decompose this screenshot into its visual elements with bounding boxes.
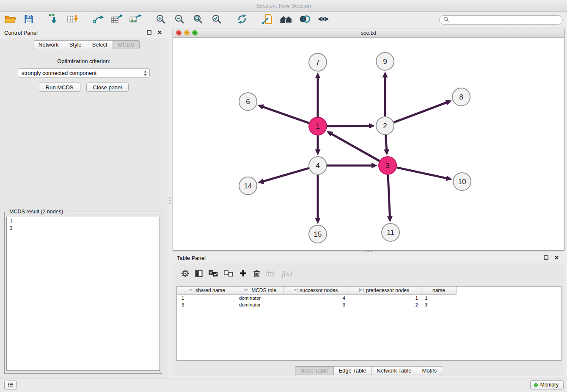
graph-node-6[interactable]: 6 bbox=[239, 93, 257, 110]
export-table-button[interactable] bbox=[108, 13, 125, 27]
graph-edge-4-14[interactable] bbox=[262, 168, 309, 182]
graph-node-15[interactable]: 15 bbox=[309, 225, 327, 243]
memory-button[interactable]: Memory bbox=[530, 380, 564, 389]
zoom-out-button[interactable] bbox=[171, 13, 188, 27]
graph-edge-2-3[interactable] bbox=[385, 135, 386, 151]
network-window-titlebar[interactable]: scc.txt bbox=[173, 28, 564, 38]
tab-mcds[interactable]: MCDS bbox=[113, 40, 140, 49]
plus-icon bbox=[239, 269, 247, 279]
tab-network[interactable]: Network bbox=[33, 40, 64, 49]
create-column-button[interactable] bbox=[239, 268, 247, 279]
unselect-all-columns-button[interactable] bbox=[224, 268, 233, 279]
cell-predecessor-nodes[interactable]: 1 bbox=[347, 295, 421, 301]
column-header-shared-name[interactable]: shared name bbox=[177, 287, 237, 295]
mcds-result-item[interactable]: 3 bbox=[10, 225, 160, 232]
select-all-columns-button[interactable] bbox=[209, 268, 218, 279]
graph-node-9[interactable]: 9 bbox=[376, 52, 394, 70]
cell-shared-name[interactable]: 1 bbox=[177, 295, 237, 301]
table-settings-button[interactable] bbox=[181, 268, 189, 279]
graph-node-8[interactable]: 8 bbox=[452, 88, 470, 106]
function-builder-button[interactable]: f(x) bbox=[282, 268, 292, 279]
table-panel-header: Table Panel bbox=[173, 252, 564, 263]
graph-node-10[interactable]: 10 bbox=[453, 173, 471, 190]
graph-edge-3-10[interactable] bbox=[397, 168, 448, 179]
run-mcds-button[interactable]: Run MCDS bbox=[39, 83, 80, 92]
new-network-button[interactable] bbox=[90, 13, 107, 27]
open-in-browser-button[interactable] bbox=[259, 13, 276, 27]
graph-node-11[interactable]: 11 bbox=[382, 224, 399, 241]
open-folder-icon bbox=[4, 14, 16, 25]
tab-network-table[interactable]: Network Table bbox=[372, 366, 417, 375]
import-network-button[interactable] bbox=[46, 13, 63, 27]
table-row[interactable]: 1 dominator 4 1 1 bbox=[177, 295, 561, 301]
delete-column-button[interactable] bbox=[253, 268, 260, 279]
graph-node-3[interactable]: 3 bbox=[379, 157, 396, 174]
mcds-result-item[interactable]: 1 bbox=[10, 218, 160, 225]
cell-successor-nodes[interactable]: 4 bbox=[284, 295, 347, 301]
cell-name[interactable]: 3 bbox=[421, 301, 457, 308]
cell-predecessor-nodes[interactable]: 2 bbox=[347, 301, 421, 308]
delete-table-button[interactable] bbox=[266, 268, 276, 279]
cell-mcds-role[interactable]: dominator bbox=[237, 295, 284, 301]
table-header-row: shared name MCDS role successor nodes pr… bbox=[177, 287, 561, 295]
zoom-selected-button[interactable] bbox=[208, 13, 225, 27]
window-close-button[interactable] bbox=[176, 30, 182, 36]
cell-name[interactable]: 1 bbox=[421, 295, 457, 301]
close-panel-x-button[interactable] bbox=[156, 29, 163, 36]
search-input[interactable] bbox=[451, 17, 559, 23]
task-history-button[interactable] bbox=[4, 381, 17, 389]
open-file-button[interactable] bbox=[2, 13, 19, 27]
column-header-successor-nodes[interactable]: successor nodes bbox=[284, 287, 347, 295]
tab-edge-table[interactable]: Edge Table bbox=[333, 366, 372, 375]
window-minimize-button[interactable] bbox=[184, 30, 190, 36]
graph-edge-1-2[interactable] bbox=[327, 126, 370, 126]
home-button[interactable] bbox=[278, 13, 295, 27]
float-table-panel-button[interactable] bbox=[542, 254, 550, 262]
zoom-fit-button[interactable] bbox=[190, 13, 206, 27]
apply-style-button[interactable] bbox=[296, 13, 313, 27]
cell-shared-name[interactable]: 3 bbox=[177, 301, 237, 308]
graph-edge-1-6[interactable] bbox=[262, 107, 309, 123]
zoom-out-icon bbox=[174, 14, 185, 26]
column-header-name[interactable]: name bbox=[421, 287, 457, 295]
export-image-button[interactable] bbox=[127, 13, 144, 27]
splitter-handle[interactable] bbox=[366, 251, 372, 252]
graph-edge-3-1[interactable] bbox=[331, 133, 380, 161]
graph-node-2[interactable]: 2 bbox=[376, 117, 394, 135]
home-icon bbox=[279, 14, 293, 25]
cell-mcds-role[interactable]: dominator bbox=[237, 301, 284, 308]
tab-select[interactable]: Select bbox=[87, 40, 113, 49]
tab-node-table[interactable]: Node Table bbox=[295, 366, 334, 375]
table-row[interactable]: 3 dominator 3 2 3 bbox=[177, 301, 561, 308]
splitter-handle[interactable] bbox=[169, 197, 171, 204]
graph-node-1[interactable]: 1 bbox=[309, 117, 327, 135]
sort-icon bbox=[245, 287, 249, 293]
close-icon bbox=[554, 255, 559, 261]
refresh-network-button[interactable] bbox=[234, 13, 250, 27]
graph-edge-arrowhead bbox=[369, 123, 375, 129]
vertical-splitter[interactable] bbox=[168, 27, 173, 378]
optimization-criterion-select[interactable]: strongly connected component bbox=[18, 68, 150, 77]
zoom-in-button[interactable] bbox=[152, 13, 169, 27]
graph-node-7[interactable]: 7 bbox=[309, 53, 327, 71]
graph-edge-arrowhead bbox=[315, 218, 321, 224]
import-table-button[interactable] bbox=[64, 13, 81, 27]
window-zoom-button[interactable] bbox=[192, 30, 198, 36]
float-panel-button[interactable] bbox=[145, 29, 153, 36]
tab-motifs[interactable]: Motifs bbox=[417, 366, 442, 375]
close-table-panel-button[interactable] bbox=[553, 254, 560, 262]
tab-style[interactable]: Style bbox=[64, 40, 87, 49]
close-panel-button[interactable]: Close panel bbox=[86, 83, 129, 92]
result-scrollbar[interactable] bbox=[156, 217, 160, 370]
graph-edge-3-11[interactable] bbox=[388, 175, 390, 218]
show-columns-button[interactable] bbox=[195, 268, 203, 279]
graph-node-4[interactable]: 4 bbox=[309, 157, 327, 174]
cell-successor-nodes[interactable]: 3 bbox=[284, 301, 347, 308]
column-header-predecessor-nodes[interactable]: predecessor nodes bbox=[347, 287, 421, 295]
network-canvas[interactable]: 7968124314101511 bbox=[173, 38, 564, 250]
graph-edge-2-8[interactable] bbox=[394, 102, 448, 122]
column-header-mcds-role[interactable]: MCDS role bbox=[237, 287, 284, 295]
show-graphics-details-button[interactable] bbox=[315, 13, 332, 27]
save-session-button[interactable] bbox=[20, 13, 37, 27]
graph-node-14[interactable]: 14 bbox=[239, 177, 257, 195]
